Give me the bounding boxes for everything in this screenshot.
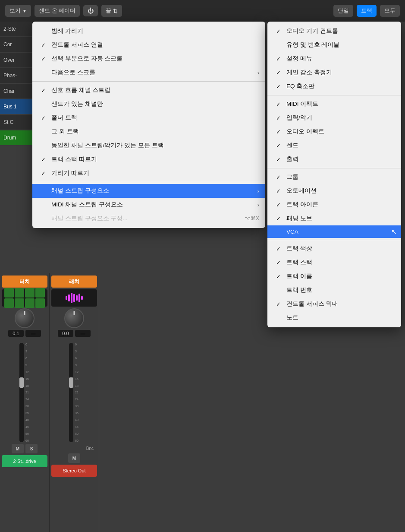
- sub-menu-item-input-instrument[interactable]: 입력/악기: [267, 111, 401, 125]
- plugin-slot-2[interactable]: [51, 289, 97, 307]
- menu-item-signal-flow[interactable]: 신호 흐름 채널 스트립: [32, 83, 265, 97]
- fader-thumb-2[interactable]: [69, 377, 73, 388]
- menu-item-channel-strip-components[interactable]: 채널 스트립 구성요소 ›: [32, 184, 265, 198]
- menu-item-channels-with-sends[interactable]: 센드가 있는 채널만: [32, 97, 265, 111]
- sub-separator-2: [267, 168, 401, 168]
- main-menu: 범례 가리기 컨트롤 서피스 연결 선택 부분으로 자동 스크롤 다음으로 스크…: [32, 22, 265, 228]
- sub-menu-item-groups[interactable]: 그룹: [267, 170, 401, 184]
- check-track-stack-follow: [41, 156, 48, 163]
- sub-menu-item-vca[interactable]: VCA ↖: [267, 225, 401, 238]
- check-track-icon: [276, 202, 283, 208]
- sub-menu-item-type-number-labels[interactable]: 유형 및 번호 레이블: [267, 38, 401, 52]
- sub-menu-item-control-surface-bar[interactable]: 컨트롤 서피스 막대: [267, 297, 401, 311]
- check-track-name: [276, 273, 283, 280]
- toolbar: 보기 ▼ 센드 온 페이더 ⏻ 끝 ⇅ 단일 트랙 모두: [0, 0, 405, 22]
- check-input-instrument: [276, 115, 283, 121]
- channel-name-touch: 터치: [2, 276, 47, 288]
- arrow-right-channel-strip-icon: ›: [257, 188, 259, 194]
- arrows-icon: ⇅: [113, 8, 118, 14]
- menu-item-track-stack-follow[interactable]: 트랙 스택 따르기: [32, 152, 265, 166]
- plugin-grid: [4, 288, 45, 308]
- end-label: 끝: [106, 7, 111, 15]
- menu-item-hide-follow[interactable]: 가리기 따르기: [32, 166, 265, 180]
- all-label: 모두: [384, 7, 396, 15]
- plugin-wave: [66, 293, 83, 303]
- fader-container-2: 0 3 6 9 12 15 18 21 24 30 35 40 45 50: [51, 339, 97, 442]
- check-panning-knob: [276, 215, 283, 222]
- sub-menu-item-track-name[interactable]: 트랙 이름: [267, 269, 401, 283]
- mute-button-2[interactable]: M: [68, 453, 80, 463]
- channel-strip-touch: 터치 0.1 —: [0, 273, 50, 532]
- chevron-down-icon: ▼: [22, 9, 27, 13]
- menu-item-midi-channel-strip-components[interactable]: MIDI 채널 스트립 구성요소 ›: [32, 198, 265, 212]
- single-button[interactable]: 단일: [333, 5, 353, 17]
- arrow-right-midi-icon: ›: [257, 202, 259, 208]
- plugin-slot-1[interactable]: [2, 289, 47, 307]
- send-on-fader-button[interactable]: 센드 온 페이더: [35, 5, 80, 17]
- track-button[interactable]: 트랙: [357, 5, 377, 17]
- single-label: 단일: [338, 7, 349, 15]
- channel-name-latch: 래치: [51, 276, 97, 288]
- sub-menu-channel-strip: 오디오 기기 컨트롤 유형 및 번호 레이블 설정 메뉴 게인 감소 측정기 E…: [267, 22, 401, 327]
- check-eq-thumbnail: [276, 83, 283, 90]
- track-label: 트랙: [361, 7, 372, 15]
- bnc-label: Bnc: [51, 444, 97, 452]
- pan-knob-1[interactable]: [15, 308, 35, 328]
- power-button[interactable]: ⏻: [83, 5, 98, 16]
- check-groups: [276, 174, 283, 180]
- view-dropdown[interactable]: 보기 ▼: [5, 5, 31, 17]
- all-button[interactable]: 모두: [380, 5, 400, 17]
- value-display-1: 0.1 —: [2, 330, 47, 337]
- channel-strip-latch: 래치 0.0 —: [50, 273, 99, 532]
- check-signal-flow: [41, 87, 48, 94]
- sub-menu-item-track-icon[interactable]: 트랙 아이콘: [267, 198, 401, 212]
- menu-item-hide-legend[interactable]: 범례 가리기: [32, 24, 265, 38]
- sub-menu-item-automation[interactable]: 오토메이션: [267, 184, 401, 198]
- sub-menu-item-panning-knob[interactable]: 패닝 노브: [267, 212, 401, 225]
- menu-item-all-tracks-same-channel[interactable]: 동일한 채널 스트립/악기가 있는 모든 트랙: [32, 139, 265, 152]
- sub-menu-item-track-number[interactable]: 트랙 번호: [267, 283, 401, 297]
- check-connect-control-surface: [41, 42, 48, 48]
- channel-label-2: Stereo Out: [51, 465, 97, 477]
- sub-separator-1: [267, 95, 401, 95]
- check-gain-reduction: [276, 70, 283, 76]
- check-audio-effects: [276, 129, 283, 135]
- sub-menu-item-eq-thumbnail[interactable]: EQ 축소판: [267, 79, 401, 93]
- menu-item-folder-track[interactable]: 폴더 트랙: [32, 111, 265, 125]
- sub-menu-item-output[interactable]: 출력: [267, 152, 401, 166]
- fader-thumb-1[interactable]: [19, 377, 24, 388]
- sub-menu-item-track-stack[interactable]: 트랙 스택: [267, 256, 401, 269]
- menu-item-other-tracks[interactable]: 그 외 트랙: [32, 125, 265, 139]
- sub-menu-item-audio-device-controls[interactable]: 오디오 기기 컨트롤: [267, 24, 401, 38]
- end-button[interactable]: 끝 ⇅: [101, 5, 122, 17]
- sub-menu-item-gain-reduction[interactable]: 게인 감소 측정기: [267, 66, 401, 79]
- check-output: [276, 156, 283, 163]
- menu-item-configure-channel-strip[interactable]: 채널 스트립 구성요소 구성... ⌥⌘X: [32, 212, 265, 225]
- power-icon: ⏻: [88, 7, 94, 14]
- check-hide-follow: [41, 170, 48, 177]
- sub-menu-item-audio-effects[interactable]: 오디오 이펙트: [267, 125, 401, 139]
- fader-container-1: 0 3 6 9 12 15 18 21 24 30 35 40 45 50: [2, 339, 47, 442]
- sub-menu-item-note[interactable]: 노트: [267, 311, 401, 325]
- channel-label-1: 2-St...drive: [2, 455, 47, 467]
- fader-track-2[interactable]: [69, 343, 73, 442]
- solo-button-1[interactable]: S: [25, 444, 38, 453]
- sub-menu-item-sends[interactable]: 센드: [267, 139, 401, 152]
- pan-knob-2[interactable]: [64, 308, 84, 328]
- menu-item-scroll-to-next[interactable]: 다음으로 스크롤 ›: [32, 66, 265, 79]
- channel-bottom-btns-1: M S: [2, 444, 47, 453]
- check-track-color: [276, 246, 283, 252]
- channel-bottom-btns-2: M: [51, 453, 97, 463]
- sub-menu-item-midi-effects[interactable]: MIDI 이펙트: [267, 97, 401, 111]
- mute-button-1[interactable]: M: [12, 444, 24, 453]
- sub-menu-item-track-color[interactable]: 트랙 색상: [267, 242, 401, 256]
- check-auto-scroll: [41, 56, 48, 62]
- sub-menu-item-settings-menu[interactable]: 설정 메뉴: [267, 52, 401, 66]
- check-folder-track: [41, 115, 48, 121]
- menu-item-connect-control-surface[interactable]: 컨트롤 서피스 연결: [32, 38, 265, 52]
- menu-item-auto-scroll[interactable]: 선택 부분으로 자동 스크롤: [32, 52, 265, 66]
- check-control-surface-bar: [276, 301, 283, 307]
- fader-track-1[interactable]: [19, 343, 24, 442]
- check-midi-effects: [276, 101, 283, 108]
- shortcut-configure: ⌥⌘X: [245, 215, 259, 222]
